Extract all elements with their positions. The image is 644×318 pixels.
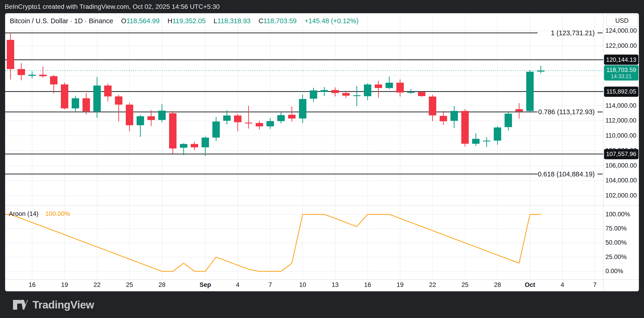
- candle: [429, 95, 436, 121]
- tradingview-wordmark: TradingView: [32, 299, 94, 311]
- candle: [504, 113, 512, 131]
- candle: [126, 103, 133, 131]
- candle: [180, 143, 188, 155]
- candle: [158, 104, 166, 122]
- candle: [82, 93, 90, 114]
- currency-toggle-button[interactable]: USD: [606, 15, 638, 27]
- candle: [234, 114, 242, 131]
- candle: [526, 70, 534, 112]
- candle: [104, 84, 112, 101]
- candle: [440, 111, 447, 125]
- candle: [18, 63, 25, 80]
- candle: [28, 71, 36, 78]
- candle: [353, 86, 360, 106]
- candle: [375, 81, 382, 98]
- candle: [202, 137, 209, 156]
- candle: [191, 142, 198, 150]
- candle: [320, 87, 328, 96]
- candle: [288, 107, 296, 122]
- left-frame-strip: [0, 0, 5, 318]
- candle: [72, 96, 79, 112]
- candle: [169, 111, 176, 154]
- candle: [115, 95, 122, 122]
- candle: [223, 110, 231, 124]
- candle: [245, 106, 252, 129]
- tradingview-brand-link[interactable]: TradingView: [12, 291, 94, 318]
- candle: [266, 118, 274, 129]
- candle: [364, 83, 371, 100]
- candle: [61, 83, 68, 110]
- fib-level-label: 0.786 (113,172.93): [538, 108, 595, 116]
- candle: [516, 103, 523, 118]
- tradingview-chart-window: BeInCrypto1 created with TradingView.com…: [0, 0, 644, 318]
- right-frame-strip: [639, 0, 644, 318]
- candle: [256, 121, 263, 129]
- candle: [472, 134, 480, 146]
- candle: [148, 110, 155, 126]
- chart-canvas[interactable]: 1 (123,731.21)0.786 (113,172.93)0.618 (1…: [0, 0, 644, 318]
- candle: [537, 66, 544, 73]
- fib-level-label: 1 (123,731.21): [551, 29, 595, 37]
- tradingview-logo-icon: [12, 299, 28, 311]
- candle: [483, 137, 490, 147]
- candle: [299, 94, 306, 123]
- candle: [461, 109, 469, 147]
- candle: [277, 113, 285, 124]
- currency-label: USD: [615, 17, 628, 24]
- fib-level-label: 0.618 (104,884.19): [538, 170, 595, 178]
- candle: [494, 126, 501, 145]
- candle: [332, 88, 339, 97]
- candle: [386, 76, 393, 89]
- candle: [137, 115, 144, 137]
- candle: [396, 79, 404, 97]
- footer-bar: TradingView: [0, 291, 644, 318]
- candle: [310, 88, 317, 102]
- candle: [450, 106, 458, 128]
- candle: [418, 91, 426, 97]
- candle: [39, 66, 47, 78]
- candle: [7, 33, 14, 80]
